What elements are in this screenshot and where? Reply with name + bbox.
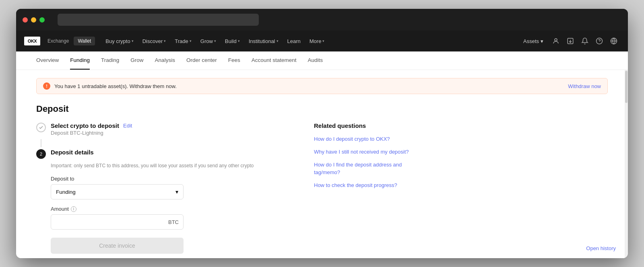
- sub-navigation: Overview Funding Trading Grow Analysis O…: [16, 51, 628, 70]
- alert-icon: !: [43, 82, 50, 90]
- tab-analysis[interactable]: Analysis: [155, 51, 175, 70]
- related-link-2[interactable]: How do I find the deposit address and ta…: [314, 161, 427, 176]
- deposit-to-group: Deposit to Funding ▾: [51, 176, 298, 199]
- step2-circle: 2: [36, 149, 46, 159]
- nav-item-discover[interactable]: Discover ▾: [138, 36, 170, 47]
- maximize-dot[interactable]: [39, 17, 45, 23]
- wallet-toggle-button[interactable]: Wallet: [74, 37, 95, 45]
- exchange-toggle-button[interactable]: Exchange: [43, 37, 73, 45]
- nav-item-trade[interactable]: Trade ▾: [171, 36, 195, 47]
- chevron-icon: ▾: [277, 39, 279, 43]
- traffic-lights: [23, 17, 45, 23]
- step1-title: Select crypto to deposit: [51, 122, 119, 129]
- related-questions-title: Related questions: [314, 122, 427, 129]
- chevron-icon: ▾: [214, 39, 216, 43]
- alert-text: You have 1 untradable asset(s). Withdraw…: [54, 83, 177, 89]
- download-icon-button[interactable]: [564, 35, 576, 47]
- svg-point-0: [555, 39, 557, 41]
- close-dot[interactable]: [23, 17, 28, 23]
- tab-account-statement[interactable]: Account statement: [252, 51, 297, 70]
- assets-button[interactable]: Assets ▾: [519, 37, 547, 46]
- chevron-down-icon: ▾: [541, 38, 543, 44]
- main-content: ! You have 1 untradable asset(s). Withdr…: [16, 70, 628, 258]
- nav-item-more[interactable]: More ▾: [305, 36, 329, 47]
- open-history-area: Open history: [586, 244, 616, 252]
- step1-row: Select crypto to deposit Edit Deposit BT…: [36, 122, 298, 136]
- left-column: Select crypto to deposit Edit Deposit BT…: [36, 122, 298, 258]
- chevron-down-icon: ▾: [175, 189, 178, 195]
- chevron-icon: ▾: [238, 39, 240, 43]
- tab-order-center[interactable]: Order center: [186, 51, 217, 70]
- step-connector: [41, 139, 41, 147]
- nav-item-grow[interactable]: Grow ▾: [196, 36, 220, 47]
- navbar: OKX Exchange Wallet Buy crypto ▾ Discove…: [16, 31, 628, 51]
- chevron-icon: ▾: [132, 39, 134, 43]
- edit-link[interactable]: Edit: [123, 123, 132, 129]
- minimize-dot[interactable]: [31, 17, 36, 23]
- step1-subtitle: Deposit BTC-Lightning: [51, 130, 132, 136]
- scrollbar-thumb[interactable]: [625, 71, 627, 103]
- form-section: Important: only send BTC to this address…: [51, 162, 298, 254]
- deposit-title: Deposit: [36, 104, 608, 114]
- nav-item-institutional[interactable]: Institutional ▾: [245, 36, 283, 47]
- help-icon-button[interactable]: [593, 35, 605, 47]
- important-text: Important: only send BTC to this address…: [51, 162, 298, 169]
- nav-items: Buy crypto ▾ Discover ▾ Trade ▾ Grow ▾ B…: [101, 36, 518, 47]
- chevron-icon: ▾: [322, 39, 324, 43]
- nav-item-buy-crypto[interactable]: Buy crypto ▾: [101, 36, 137, 47]
- amount-label: Amount i: [51, 206, 298, 212]
- alert-banner: ! You have 1 untradable asset(s). Withdr…: [36, 78, 608, 94]
- amount-input-wrap: BTC: [51, 214, 184, 230]
- browser-window: OKX Exchange Wallet Buy crypto ▾ Discove…: [16, 9, 628, 258]
- okx-logo[interactable]: OKX: [24, 37, 40, 45]
- related-link-3[interactable]: How to check the deposit progress?: [314, 182, 427, 189]
- page-content: OKX Exchange Wallet Buy crypto ▾ Discove…: [16, 31, 628, 258]
- chevron-icon: ▾: [164, 39, 166, 43]
- browser-chrome: [16, 9, 628, 31]
- alert-left: ! You have 1 untradable asset(s). Withdr…: [43, 82, 177, 90]
- related-link-1[interactable]: Why have I still not received my deposit…: [314, 148, 427, 156]
- logo-text: OKX: [28, 39, 37, 43]
- currency-label: BTC: [168, 219, 179, 225]
- nav-right: Assets ▾: [519, 35, 620, 47]
- tab-trading[interactable]: Trading: [101, 51, 119, 70]
- exchange-wallet-toggle: Exchange Wallet: [43, 37, 95, 45]
- amount-input[interactable]: [51, 214, 184, 230]
- logo-area: OKX Exchange Wallet: [24, 37, 95, 45]
- scrollbar[interactable]: [625, 70, 628, 258]
- step2-title: Deposit details: [51, 149, 94, 156]
- step2-row: 2 Deposit details: [36, 149, 298, 159]
- globe-icon-button[interactable]: [608, 35, 620, 47]
- chevron-icon: ▾: [190, 39, 192, 43]
- nav-item-learn[interactable]: Learn: [283, 36, 305, 47]
- step1-circle: [36, 123, 46, 132]
- step1-title-row: Select crypto to deposit Edit: [51, 122, 132, 129]
- step2-content: Deposit details: [51, 149, 94, 156]
- related-link-0[interactable]: How do I deposit crypto to OKX?: [314, 136, 427, 143]
- amount-info-icon[interactable]: i: [71, 206, 76, 212]
- bell-icon-button[interactable]: [579, 35, 591, 47]
- user-icon-button[interactable]: [550, 35, 562, 47]
- tab-fees[interactable]: Fees: [228, 51, 240, 70]
- right-column: Related questions How do I deposit crypt…: [314, 122, 427, 258]
- step1-content: Select crypto to deposit Edit Deposit BT…: [51, 122, 132, 136]
- tab-audits[interactable]: Audits: [308, 51, 323, 70]
- two-column-layout: Select crypto to deposit Edit Deposit BT…: [36, 122, 608, 258]
- tab-overview[interactable]: Overview: [36, 51, 59, 70]
- amount-group: Amount i BTC: [51, 206, 298, 230]
- create-invoice-button[interactable]: Create invoice: [51, 238, 184, 254]
- address-bar[interactable]: [58, 14, 259, 26]
- tab-funding[interactable]: Funding: [70, 51, 90, 70]
- tab-grow[interactable]: Grow: [130, 51, 143, 70]
- deposit-to-select[interactable]: Funding ▾: [51, 184, 184, 199]
- content-inner: ! You have 1 untradable asset(s). Withdr…: [16, 70, 628, 258]
- open-history-link[interactable]: Open history: [586, 245, 616, 251]
- deposit-to-label: Deposit to: [51, 176, 298, 182]
- withdraw-now-link[interactable]: Withdraw now: [568, 83, 601, 89]
- nav-item-build[interactable]: Build ▾: [221, 36, 244, 47]
